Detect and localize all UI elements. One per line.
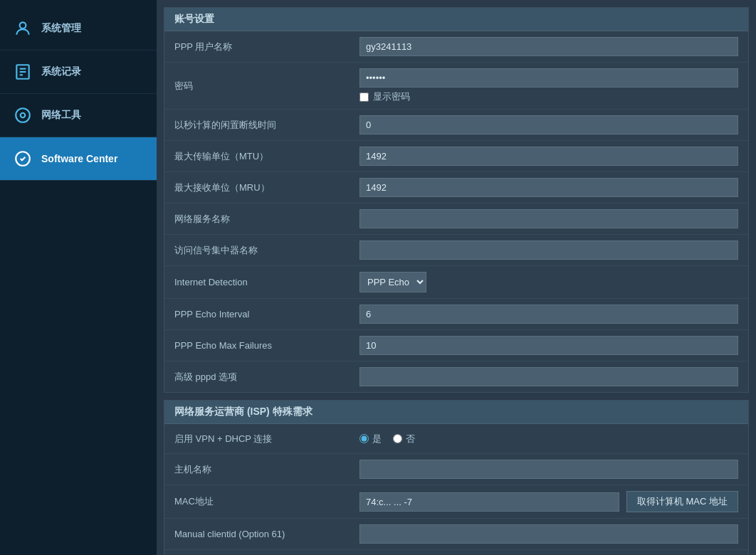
- ppp-echo-interval-control: [359, 305, 738, 324]
- sidebar-item-software-center[interactable]: Software Center: [0, 137, 157, 181]
- hostname-row: 主机名称: [164, 454, 748, 485]
- mac-address-row: MAC地址 取得计算机 MAC 地址: [164, 485, 748, 519]
- ppp-username-row: PPP 用户名称: [164, 31, 748, 63]
- isp-requirements-section: 网络服务运营商 (ISP) 特殊需求 启用 VPN + DHCP 连接 是 否: [164, 400, 749, 555]
- internet-detection-row: Internet Detection PPP Echo DNS Disable: [164, 266, 748, 299]
- vpn-dhcp-yes-radio[interactable]: [359, 434, 369, 443]
- sidebar-item-system-mgmt[interactable]: 系统管理: [0, 7, 157, 51]
- isp-requirements-header: 网络服务运营商 (ISP) 特殊需求: [164, 401, 748, 424]
- sidebar-item-network-tools[interactable]: 网络工具: [0, 94, 157, 137]
- service-name-input[interactable]: [359, 209, 738, 228]
- vpn-dhcp-row: 启用 VPN + DHCP 连接 是 否: [164, 424, 748, 454]
- password-label: 密码: [174, 80, 359, 92]
- vpn-dhcp-radio-group: 是 否: [359, 433, 738, 445]
- account-settings-section: 账号设置 PPP 用户名称 密码 显示密码: [164, 7, 749, 393]
- ppp-echo-interval-label: PPP Echo Interval: [174, 309, 359, 319]
- sidebar-item-label-system-log: 系统记录: [41, 65, 81, 78]
- sidebar: 系统管理 系统记录 网络工具 Software Center: [0, 0, 157, 555]
- show-password-checkbox[interactable]: [359, 92, 369, 102]
- service-name-row: 网络服务名称: [164, 204, 748, 235]
- concentrator-label: 访问信号集中器名称: [174, 244, 359, 257]
- vpn-dhcp-control: 是 否: [359, 433, 738, 445]
- service-name-label: 网络服务名称: [174, 213, 359, 226]
- ppp-username-control: [359, 37, 738, 56]
- ppp-echo-max-input[interactable]: [359, 336, 738, 355]
- vpn-dhcp-yes-label[interactable]: 是: [359, 433, 382, 445]
- spoof-ttl-row: Spoof LAN TTL value 是 否: [164, 550, 748, 555]
- concentrator-control: [359, 240, 738, 260]
- hostname-input[interactable]: [359, 460, 738, 479]
- log-icon: [11, 60, 34, 83]
- internet-detection-label: Internet Detection: [174, 277, 359, 287]
- manual-clientid-row: Manual clientid (Option 61): [164, 519, 748, 550]
- idle-time-row: 以秒计算的闲置断线时间: [164, 110, 748, 141]
- ppp-echo-max-row: PPP Echo Max Failures: [164, 330, 748, 361]
- network-icon: [11, 104, 34, 127]
- get-mac-button[interactable]: 取得计算机 MAC 地址: [626, 491, 738, 512]
- svg-point-5: [21, 113, 26, 118]
- vpn-dhcp-no-label[interactable]: 否: [393, 433, 415, 445]
- internet-detection-select[interactable]: PPP Echo DNS Disable: [359, 272, 426, 292]
- ppp-echo-max-control: [359, 336, 738, 355]
- idle-time-input[interactable]: [359, 115, 738, 134]
- concentrator-row: 访问信号集中器名称: [164, 235, 748, 266]
- sidebar-item-label-system-mgmt: 系统管理: [41, 22, 81, 35]
- sidebar-item-system-log[interactable]: 系统记录: [0, 51, 157, 94]
- mru-label: 最大接收单位（MRU）: [174, 181, 359, 194]
- service-name-control: [359, 209, 738, 228]
- software-icon: [11, 147, 34, 170]
- svg-point-0: [20, 22, 26, 28]
- mac-address-control: 取得计算机 MAC 地址: [359, 491, 738, 512]
- password-input[interactable]: [359, 68, 738, 88]
- mac-address-input[interactable]: [359, 492, 619, 512]
- mac-address-label: MAC地址: [174, 495, 359, 508]
- vpn-dhcp-label: 启用 VPN + DHCP 连接: [174, 433, 359, 445]
- mru-control: [359, 178, 738, 197]
- advanced-pppd-label: 高级 pppd 选项: [174, 371, 359, 384]
- ppp-echo-max-label: PPP Echo Max Failures: [174, 340, 359, 351]
- hostname-label: 主机名称: [174, 463, 359, 476]
- advanced-pppd-row: 高级 pppd 选项: [164, 361, 748, 392]
- mtu-label: 最大传输单位（MTU）: [174, 150, 359, 163]
- mru-row: 最大接收单位（MRU）: [164, 172, 748, 204]
- mtu-input[interactable]: [359, 147, 738, 166]
- mtu-row: 最大传输单位（MTU）: [164, 141, 748, 172]
- main-content: 账号设置 PPP 用户名称 密码 显示密码: [157, 0, 756, 555]
- manual-clientid-control: [359, 524, 738, 544]
- idle-time-label: 以秒计算的闲置断线时间: [174, 119, 359, 132]
- manual-clientid-input[interactable]: [359, 524, 738, 544]
- ppp-echo-interval-row: PPP Echo Interval: [164, 299, 748, 330]
- password-row: 密码 显示密码: [164, 63, 748, 110]
- sidebar-item-label-software-center: Software Center: [41, 153, 117, 164]
- advanced-pppd-input[interactable]: [359, 367, 738, 386]
- idle-time-control: [359, 115, 738, 134]
- account-settings-header: 账号设置: [164, 8, 748, 31]
- user-icon: [11, 17, 34, 40]
- password-control: 显示密码: [359, 68, 738, 103]
- hostname-control: [359, 460, 738, 479]
- mtu-control: [359, 147, 738, 166]
- sidebar-item-label-network-tools: 网络工具: [41, 109, 81, 122]
- mru-input[interactable]: [359, 178, 738, 197]
- internet-detection-control: PPP Echo DNS Disable: [359, 272, 738, 292]
- manual-clientid-label: Manual clientid (Option 61): [174, 529, 359, 539]
- advanced-pppd-control: [359, 367, 738, 386]
- show-password-label: 显示密码: [373, 90, 410, 103]
- concentrator-input[interactable]: [359, 240, 738, 260]
- ppp-username-label: PPP 用户名称: [174, 41, 359, 53]
- mac-row: 取得计算机 MAC 地址: [359, 491, 738, 512]
- ppp-echo-interval-input[interactable]: [359, 305, 738, 324]
- vpn-dhcp-no-radio[interactable]: [393, 434, 402, 443]
- ppp-username-input[interactable]: [359, 37, 738, 56]
